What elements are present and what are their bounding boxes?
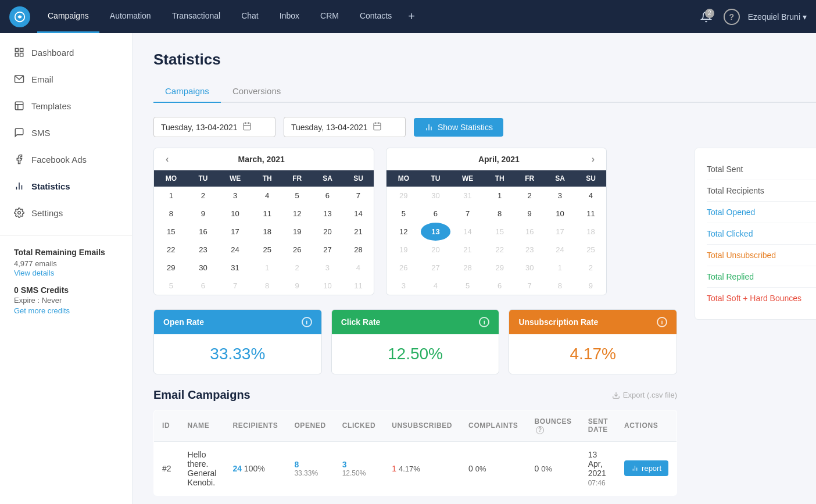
calendar-day[interactable]: 21: [450, 241, 485, 259]
calendar-day[interactable]: 9: [514, 205, 545, 223]
calendar-day[interactable]: 10: [218, 205, 252, 223]
nav-add-button[interactable]: +: [402, 10, 421, 23]
calendar-day[interactable]: 9: [575, 277, 606, 295]
sidebar-item-templates[interactable]: Templates: [0, 92, 132, 119]
calendar-day[interactable]: 8: [485, 205, 515, 223]
start-date-input[interactable]: Tuesday, 13-04-2021: [153, 117, 275, 137]
calendar-day[interactable]: 25: [252, 241, 282, 259]
calendar-day[interactable]: 6: [485, 277, 515, 295]
calendar-day[interactable]: 18: [252, 223, 282, 241]
calendar-day[interactable]: 2: [282, 259, 312, 277]
calendar-day[interactable]: 27: [421, 259, 451, 277]
calendar-day[interactable]: 3: [386, 277, 421, 295]
calendar-day[interactable]: 30: [514, 259, 545, 277]
calendar-day[interactable]: 20: [312, 223, 343, 241]
calendar-day[interactable]: 5: [450, 277, 485, 295]
calendar-day[interactable]: 2: [575, 259, 606, 277]
calendar-day[interactable]: 4: [421, 277, 451, 295]
calendar-day[interactable]: 1: [154, 187, 188, 205]
calendar-day[interactable]: 3: [218, 187, 252, 205]
show-statistics-button[interactable]: Show Statistics: [414, 118, 503, 137]
nav-automation[interactable]: Automation: [99, 0, 162, 33]
help-button[interactable]: ?: [724, 9, 740, 25]
sidebar-item-sms[interactable]: SMS: [0, 119, 132, 146]
calendar-day[interactable]: 10: [545, 205, 575, 223]
calendar-day[interactable]: 8: [252, 277, 282, 295]
notifications-bell[interactable]: 2: [697, 8, 715, 26]
calendar-day[interactable]: 2: [514, 187, 545, 205]
calendar-day[interactable]: 29: [154, 259, 188, 277]
calendar-day[interactable]: 7: [514, 277, 545, 295]
calendar-day[interactable]: 1: [485, 187, 515, 205]
calendar-day[interactable]: 5: [282, 187, 312, 205]
calendar-day[interactable]: 3: [545, 187, 575, 205]
calendar-day[interactable]: 15: [154, 223, 188, 241]
calendar-day[interactable]: 28: [343, 241, 374, 259]
calendar-day[interactable]: 22: [485, 241, 515, 259]
calendar-day[interactable]: 7: [343, 187, 374, 205]
sidebar-item-facebook[interactable]: Facebook Ads: [0, 146, 132, 173]
calendar-day[interactable]: 6: [312, 187, 343, 205]
nav-crm[interactable]: CRM: [310, 0, 349, 33]
calendar-day[interactable]: 7: [450, 205, 485, 223]
nav-campaigns[interactable]: Campaigns: [37, 0, 99, 33]
calendar-day[interactable]: 24: [545, 241, 575, 259]
sidebar-item-settings[interactable]: Settings: [0, 199, 132, 226]
sidebar-item-email[interactable]: Email: [0, 66, 132, 92]
calendar-day[interactable]: 8: [545, 277, 575, 295]
start-date-calendar-icon[interactable]: [242, 121, 252, 133]
calendar-day[interactable]: 17: [545, 223, 575, 241]
calendar-day[interactable]: 5: [386, 205, 421, 223]
calendar-day[interactable]: 19: [282, 223, 312, 241]
calendar-day[interactable]: 11: [343, 277, 374, 295]
calendar-day[interactable]: 5: [154, 277, 188, 295]
calendar-day[interactable]: 24: [218, 241, 252, 259]
sidebar-item-statistics[interactable]: Statistics: [0, 173, 132, 199]
calendar-day[interactable]: 20: [421, 241, 451, 259]
calendar-day[interactable]: 30: [421, 187, 451, 205]
calendar-day[interactable]: 4: [575, 187, 606, 205]
nav-chat[interactable]: Chat: [231, 0, 269, 33]
calendar-day[interactable]: 26: [386, 259, 421, 277]
calendar-day[interactable]: 28: [450, 259, 485, 277]
calendar-day[interactable]: 14: [450, 223, 485, 241]
calendar-day[interactable]: 23: [188, 241, 219, 259]
calendar-day[interactable]: 6: [421, 205, 451, 223]
calendar-day[interactable]: 1: [252, 259, 282, 277]
user-menu[interactable]: Ezequiel Bruni ▾: [748, 12, 807, 22]
calendar-day[interactable]: 12: [386, 223, 421, 241]
calendar-day[interactable]: 19: [386, 241, 421, 259]
tab-campaigns[interactable]: Campaigns: [153, 80, 221, 103]
sidebar-item-dashboard[interactable]: Dashboard: [0, 39, 132, 66]
calendar-day[interactable]: 9: [282, 277, 312, 295]
calendar-day[interactable]: 11: [252, 205, 282, 223]
calendar-day[interactable]: 4: [343, 259, 374, 277]
unsub-rate-info-icon[interactable]: i: [657, 317, 667, 327]
nav-transactional[interactable]: Transactional: [162, 0, 231, 33]
prev-month-button[interactable]: ‹: [161, 153, 173, 166]
end-date-input[interactable]: Tuesday, 13-04-2021: [284, 117, 406, 137]
calendar-day[interactable]: 4: [252, 187, 282, 205]
calendar-day[interactable]: 1: [545, 259, 575, 277]
tab-conversions[interactable]: Conversions: [221, 80, 292, 103]
end-date-calendar-icon[interactable]: [373, 121, 382, 133]
calendar-day[interactable]: 23: [514, 241, 545, 259]
calendar-day[interactable]: 25: [575, 241, 606, 259]
calendar-day[interactable]: 29: [386, 187, 421, 205]
calendar-day[interactable]: 29: [485, 259, 515, 277]
calendar-day[interactable]: 31: [218, 259, 252, 277]
open-rate-info-icon[interactable]: i: [302, 317, 312, 327]
report-button[interactable]: report: [624, 460, 668, 476]
bounces-info-icon[interactable]: ?: [536, 426, 544, 434]
calendar-day[interactable]: 2: [188, 187, 219, 205]
calendar-day[interactable]: 21: [343, 223, 374, 241]
calendar-day[interactable]: 10: [312, 277, 343, 295]
calendar-day[interactable]: 22: [154, 241, 188, 259]
calendar-day[interactable]: 14: [343, 205, 374, 223]
export-button[interactable]: Export (.csv file): [612, 391, 677, 399]
calendar-day[interactable]: 17: [218, 223, 252, 241]
calendar-day[interactable]: 13: [312, 205, 343, 223]
click-rate-info-icon[interactable]: i: [479, 317, 489, 327]
calendar-day[interactable]: 16: [514, 223, 545, 241]
calendar-day[interactable]: 9: [188, 205, 219, 223]
